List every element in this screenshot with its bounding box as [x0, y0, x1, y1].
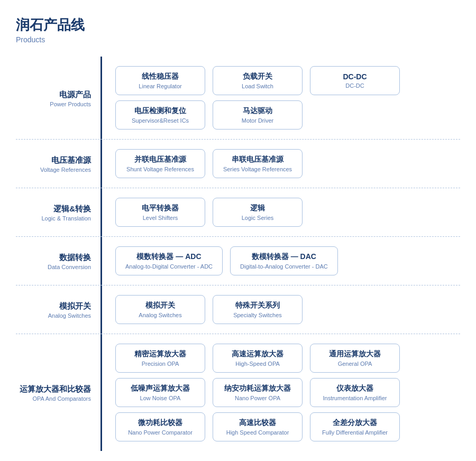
card-title-en: Digital-to-Analog Converter - DAC [240, 263, 328, 270]
card-title-cn: 线性稳压器 [142, 72, 179, 81]
card-title-en: High-Speed OPA [235, 361, 280, 367]
section-label-data-conv: 数据转换 Data Conversion [16, 252, 100, 270]
section-voltage-ref: 电压基准源 Voltage References 并联电压基准源 Shunt V… [16, 140, 460, 188]
card-title-en: Series Voltage References [223, 166, 292, 172]
section-label-cn: 逻辑&转换 [53, 203, 91, 214]
card-title-en: Analog Switches [139, 312, 181, 318]
card-title-en: Instrumentation Amplifier [323, 395, 387, 401]
card-title-cn: 模拟开关 [145, 301, 175, 310]
product-card[interactable]: 电压检测和复位 Supervisor&Reset ICs [115, 100, 205, 130]
card-title-cn: 仪表放大器 [336, 384, 373, 393]
card-title-cn: 数模转换器 — DAC [252, 252, 316, 262]
card-title-en: DC-DC [345, 82, 364, 89]
section-logic: 逻辑&转换 Logic & Translation 电平转换器 Level Sh… [16, 188, 460, 237]
product-card[interactable]: 纳安功耗运算放大器 Nano Power OPA [213, 378, 303, 407]
card-title-en: Low Noise OPA [140, 395, 181, 401]
section-power: 电源产品 Power Products 线性稳压器 Linear Regulat… [16, 57, 460, 140]
card-title-cn: 特殊开关系列 [235, 301, 280, 310]
section-label-en: Voltage References [40, 167, 91, 173]
section-label-en: Logic & Translation [41, 215, 91, 222]
cards-row: 电平转换器 Level Shifters 逻辑 Logic Series [115, 198, 460, 227]
product-card[interactable]: 模拟开关 Analog Switches [115, 295, 205, 324]
card-title-cn: 纳安功耗运算放大器 [224, 384, 291, 393]
section-cards-voltage-ref: 并联电压基准源 Shunt Voltage References 串联电压基准源… [100, 149, 460, 178]
card-title-cn: 低噪声运算放大器 [131, 384, 190, 393]
section-label-cn: 模拟开关 [59, 300, 91, 311]
card-title-cn: DC-DC [343, 72, 367, 81]
section-label-en: OPA And Comparators [33, 395, 91, 402]
section-label-en: Analog Switches [48, 312, 91, 319]
section-label-voltage-ref: 电压基准源 Voltage References [16, 154, 100, 173]
product-card[interactable]: 精密运算放大器 Precision OPA [115, 344, 205, 373]
card-title-en: Fully Differential Amplifier [322, 429, 388, 436]
card-title-en: Shunt Voltage References [126, 166, 194, 172]
card-title-cn: 电压检测和复位 [134, 106, 186, 116]
product-card[interactable]: 微功耗比较器 Nano Power Comparator [115, 412, 205, 441]
card-title-cn: 精密运算放大器 [134, 349, 186, 359]
product-card[interactable]: 高速比较器 High Speed Comparator [213, 412, 303, 441]
card-title-en: Load Switch [242, 83, 273, 89]
cards-row: 低噪声运算放大器 Low Noise OPA 纳安功耗运算放大器 Nano Po… [115, 378, 460, 407]
cards-row: 精密运算放大器 Precision OPA 高速运算放大器 High-Speed… [115, 344, 460, 373]
card-title-cn: 电平转换器 [142, 204, 179, 213]
card-title-en: Nano Power OPA [235, 395, 280, 401]
product-card[interactable]: 数模转换器 — DAC Digital-to-Analog Converter … [230, 246, 338, 275]
product-card[interactable]: 低噪声运算放大器 Low Noise OPA [115, 378, 205, 407]
card-title-en: High Speed Comparator [226, 429, 289, 436]
product-card[interactable]: 马达驱动 Motor Driver [213, 100, 303, 130]
section-cards-opa: 精密运算放大器 Precision OPA 高速运算放大器 High-Speed… [100, 344, 460, 441]
card-title-en: General OPA [338, 361, 372, 367]
section-label-opa: 运算放大器和比较器 OPA And Comparators [16, 383, 100, 402]
section-label-logic: 逻辑&转换 Logic & Translation [16, 203, 100, 222]
card-title-en: Motor Driver [242, 117, 274, 124]
section-label-analog-sw: 模拟开关 Analog Switches [16, 300, 100, 319]
product-card[interactable]: 串联电压基准源 Series Voltage References [213, 149, 303, 178]
product-card[interactable]: 电平转换器 Level Shifters [115, 198, 205, 227]
section-cards-logic: 电平转换器 Level Shifters 逻辑 Logic Series [100, 198, 460, 227]
cards-row: 电压检测和复位 Supervisor&Reset ICs 马达驱动 Motor … [115, 100, 460, 130]
product-card[interactable]: 逻辑 Logic Series [213, 198, 303, 227]
card-title-cn: 逻辑 [250, 204, 265, 213]
cards-row: 并联电压基准源 Shunt Voltage References 串联电压基准源… [115, 149, 460, 178]
page-title-en: Products [16, 35, 460, 44]
card-title-cn: 马达驱动 [243, 106, 272, 116]
product-card[interactable]: 线性稳压器 Linear Regulator [115, 66, 205, 95]
product-card[interactable]: 高速运算放大器 High-Speed OPA [213, 344, 303, 373]
product-card[interactable]: 并联电压基准源 Shunt Voltage References [115, 149, 205, 178]
cards-row: 线性稳压器 Linear Regulator 负载开关 Load Switch … [115, 66, 460, 95]
cards-row: 模数转换器 — ADC Analog-to-Digital Converter … [115, 246, 460, 275]
product-card[interactable]: 模数转换器 — ADC Analog-to-Digital Converter … [115, 246, 223, 275]
card-title-en: Specialty Switches [233, 312, 282, 318]
card-title-cn: 串联电压基准源 [232, 155, 283, 164]
card-title-en: Nano Power Comparator [128, 429, 193, 436]
card-title-cn: 负载开关 [243, 72, 272, 81]
card-title-en: Precision OPA [142, 361, 179, 367]
card-title-cn: 通用运算放大器 [329, 349, 381, 359]
product-card[interactable]: 负载开关 Load Switch [213, 66, 303, 95]
section-label-cn: 电压基准源 [51, 154, 91, 165]
card-title-cn: 微功耗比较器 [138, 418, 182, 428]
card-title-cn: 并联电压基准源 [134, 155, 186, 164]
product-card[interactable]: 全差分放大器 Fully Differential Amplifier [310, 412, 400, 441]
product-card[interactable]: 通用运算放大器 General OPA [310, 344, 400, 373]
cards-row: 微功耗比较器 Nano Power Comparator 高速比较器 High … [115, 412, 460, 441]
section-analog-sw: 模拟开关 Analog Switches 模拟开关 Analog Switche… [16, 285, 460, 334]
card-title-cn: 高速运算放大器 [232, 349, 283, 359]
card-title-cn: 高速比较器 [239, 418, 276, 428]
section-cards-analog-sw: 模拟开关 Analog Switches 特殊开关系列 Specialty Sw… [100, 295, 460, 324]
card-title-en: Linear Regulator [139, 83, 181, 89]
section-opa: 运算放大器和比较器 OPA And Comparators 精密运算放大器 Pr… [16, 334, 460, 451]
section-label-power: 电源产品 Power Products [16, 89, 100, 107]
product-card[interactable]: DC-DC DC-DC [310, 66, 400, 95]
section-data-conv: 数据转换 Data Conversion 模数转换器 — ADC Analog-… [16, 237, 460, 285]
section-label-cn: 电源产品 [59, 89, 91, 100]
card-title-en: Analog-to-Digital Converter - ADC [125, 263, 213, 270]
card-title-cn: 全差分放大器 [333, 418, 377, 428]
section-cards-data-conv: 模数转换器 — ADC Analog-to-Digital Converter … [100, 246, 460, 275]
card-title-en: Supervisor&Reset ICs [132, 117, 189, 124]
page-header: 润石产品线 Products [16, 16, 460, 44]
product-grid: 电源产品 Power Products 线性稳压器 Linear Regulat… [16, 57, 460, 451]
product-card[interactable]: 特殊开关系列 Specialty Switches [213, 295, 303, 324]
card-title-cn: 模数转换器 — ADC [136, 252, 201, 262]
product-card[interactable]: 仪表放大器 Instrumentation Amplifier [310, 378, 400, 407]
